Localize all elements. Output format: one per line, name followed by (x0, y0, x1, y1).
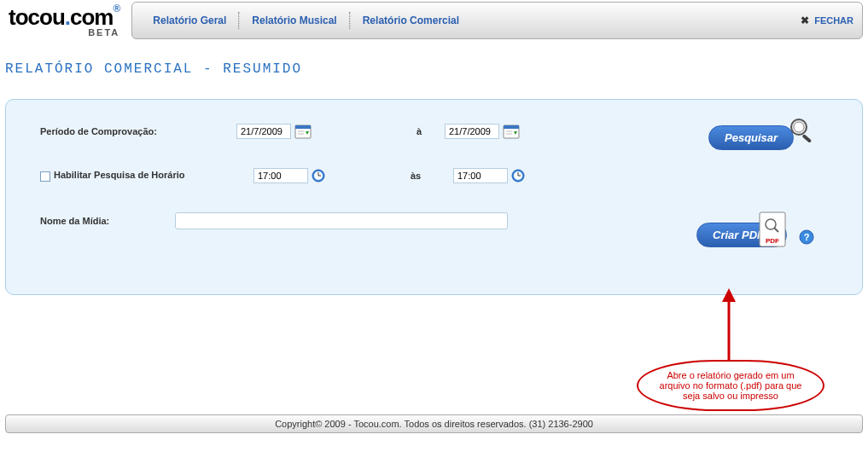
criar-pdf-label: Criar PDF (696, 223, 787, 247)
a-label: à (393, 126, 445, 136)
date-to-input[interactable] (445, 124, 499, 139)
close-icon: ✖ (801, 14, 809, 26)
clock-icon[interactable] (312, 169, 325, 182)
annotation: Abre o relatório gerado em um arquivo no… (5, 295, 863, 414)
date-from-input[interactable] (236, 124, 291, 139)
arrow-icon (719, 287, 739, 363)
svg-point-16 (791, 119, 807, 135)
periodo-label: Período de Comprovação: (40, 126, 236, 136)
habilitar-wrap: Habilitar Pesquisa de Horário (40, 170, 236, 181)
form-panel: Período de Comprovação: à Habilitar Pesq… (5, 99, 863, 295)
logo-suffix: com (70, 4, 113, 30)
svg-marker-26 (722, 288, 736, 302)
habilitar-checkbox[interactable] (40, 171, 50, 182)
criar-pdf-button[interactable]: Criar PDF PDF ? (696, 223, 811, 247)
as-label: às (390, 171, 441, 181)
pesquisar-button[interactable]: Pesquisar (708, 125, 811, 151)
svg-rect-1 (295, 125, 311, 129)
nav-relatorio-musical[interactable]: Relatório Musical (240, 14, 348, 26)
date-to-wrap (445, 124, 520, 139)
time-to-input[interactable] (453, 168, 508, 183)
calendar-icon[interactable] (503, 124, 520, 139)
svg-text:?: ? (804, 232, 810, 242)
habilitar-label: Habilitar Pesquisa de Horário (54, 170, 184, 180)
pesquisar-label: Pesquisar (708, 125, 794, 150)
annotation-callout: Abre o relatório gerado em um arquivo no… (637, 360, 824, 411)
nome-midia-input[interactable] (175, 212, 508, 229)
logo: tocou.com® BETA (0, 1, 128, 41)
svg-rect-18 (801, 134, 812, 143)
date-from-wrap (236, 124, 312, 139)
header: tocou.com® BETA Relatório Geral Relatóri… (0, 0, 868, 41)
logo-main: tocou (9, 4, 65, 30)
topbar: Relatório Geral Relatório Musical Relató… (131, 2, 863, 39)
time-to-wrap (453, 168, 525, 183)
row-horario: Habilitar Pesquisa de Horário às (40, 168, 828, 183)
time-from-wrap (253, 168, 325, 183)
close-button[interactable]: ✖ FECHAR (801, 14, 853, 26)
nav-relatorio-geral[interactable]: Relatório Geral (141, 14, 238, 26)
page-title: RELATÓRIO COMERCIAL - RESUMIDO (0, 41, 868, 87)
footer: Copyright© 2009 - Tocou.com. Todos os di… (5, 414, 863, 433)
close-label: FECHAR (814, 15, 853, 26)
nav-relatorio-comercial[interactable]: Relatório Comercial (351, 14, 471, 26)
calendar-icon[interactable] (294, 124, 312, 139)
svg-rect-5 (504, 125, 519, 129)
clock-icon[interactable] (511, 169, 525, 182)
nome-midia-label: Nome da Mídia: (40, 216, 175, 226)
logo-text: tocou.com® (9, 4, 119, 31)
time-from-input[interactable] (253, 168, 308, 183)
help-icon[interactable]: ? (799, 229, 814, 245)
logo-reg: ® (113, 3, 119, 14)
